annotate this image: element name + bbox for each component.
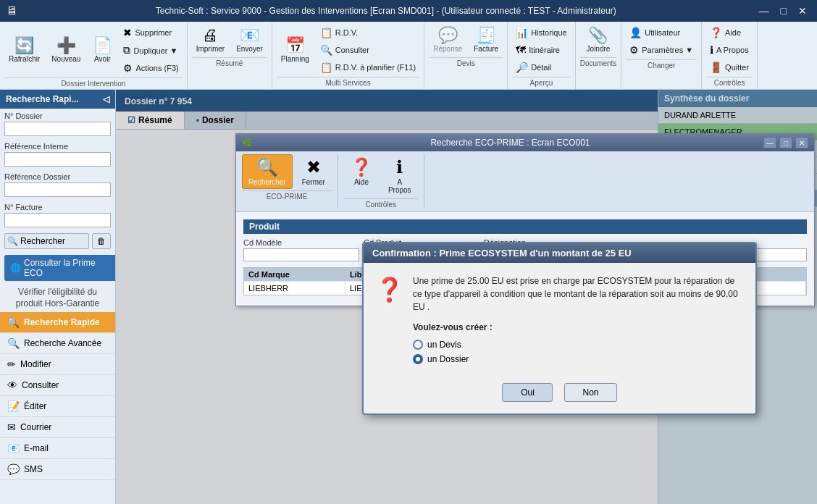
rdv-planifier-button[interactable]: 📋 R.D.V. à planifier (F11) [317, 59, 419, 75]
rafraichir-button[interactable]: 🔄 Rafraîchir [4, 35, 44, 66]
planning-button[interactable]: 📅 Planning [277, 35, 314, 66]
sidebar-item-sms[interactable]: 💬 SMS [0, 459, 115, 480]
radio-devis-label: un Devis [427, 340, 461, 350]
facture-label: Facture [474, 45, 498, 53]
eco-ribbon-group-controls: ❓ Aide ℹ APropos Contrôles [344, 154, 424, 209]
sidebar-item-recherche-rapide[interactable]: 🔍 Recherche Rapide [0, 312, 115, 333]
historique-button[interactable]: 📊 Historique [512, 25, 571, 41]
close-button[interactable]: ✕ [794, 4, 811, 18]
itineraire-button[interactable]: 🗺 Itinéraire [512, 42, 571, 58]
apercu-col: 📊 Historique 🗺 Itinéraire 🔎 Détail [512, 25, 571, 75]
eco-rechercher-button[interactable]: 🔍 Rechercher [242, 154, 293, 189]
sidebar-collapse-icon[interactable]: ◁ [103, 94, 109, 104]
eco-info-icon: ℹ [396, 157, 403, 177]
changer-group-label: Changer [626, 59, 697, 70]
dupliquer-button[interactable]: ⧉ Dupliquer ▼ [120, 42, 182, 59]
envoyer-button[interactable]: 📧 Envoyer [232, 25, 267, 56]
detail-button[interactable]: 🔎 Détail [512, 59, 571, 75]
val-cd-marque: LIEBHERR [244, 281, 345, 295]
minimize-button[interactable]: — [755, 4, 774, 18]
title-bar: 🖥 Technic-Soft : Service 9000 - Gestion … [0, 0, 817, 22]
radio-dossier[interactable]: un Dossier [413, 354, 744, 364]
sidebar-item-editer[interactable]: 📝 Éditer [0, 396, 115, 417]
dossier-group-label: Dossier Intervention [4, 77, 183, 88]
consulter-prime-button[interactable]: 🌐 Consulter la Prime ECO [4, 255, 116, 281]
search-adv-icon: 🔍 [7, 337, 20, 349]
main-container: Recherche Rapi... ◁ N° Dossier Référence… [0, 90, 817, 504]
eco-aide-button[interactable]: ❓ Aide [344, 154, 379, 197]
supprimer-button[interactable]: ✖ Supprimer [120, 25, 182, 41]
copy-icon: ⧉ [123, 44, 130, 56]
mail-icon: ✉ [7, 421, 16, 433]
plus-icon: ➕ [56, 38, 76, 54]
ribbon-group-apercu: 📊 Historique 🗺 Itinéraire 🔎 Détail Aperç… [508, 22, 576, 89]
aide-ribbon-label: Aide [725, 28, 741, 37]
ref-interne-input[interactable] [4, 152, 111, 167]
reponse-button[interactable]: 💬 Réponse [429, 25, 466, 56]
devis-group-label: Devis [429, 57, 503, 67]
eco-close-button[interactable]: ✕ [795, 137, 808, 148]
confirm-title: Confirmation : Prime ECOSYSTEM d'un mont… [364, 243, 755, 263]
radio-devis[interactable]: un Devis [413, 340, 744, 350]
rechercher-sidebar-button[interactable]: 🔍 Rechercher [4, 233, 89, 249]
resume-group-label: Résumé [192, 57, 267, 67]
ref-dossier-input[interactable] [4, 182, 111, 197]
eco-rechercher-label: Rechercher [248, 178, 286, 186]
num-facture-input[interactable] [4, 213, 111, 227]
eco-ribbon: 🔍 Rechercher ✖ Fermer ECO-PRIME ❓ [236, 151, 814, 212]
clear-search-button[interactable]: 🗑 [92, 233, 111, 249]
attach-icon: 📎 [588, 28, 608, 43]
num-dossier-input[interactable] [4, 122, 111, 136]
sidebar-item-recherche-avancee[interactable]: 🔍 Recherche Avancée [0, 333, 115, 354]
sidebar-item-email[interactable]: 📧 E-mail [0, 438, 115, 459]
parametres-button[interactable]: ⚙ Paramètres ▼ [626, 42, 697, 58]
eco-search-icon: 🔍 [256, 157, 278, 177]
plan-icon: 📋 [320, 62, 332, 73]
multiservices-group-label: Multi Services [277, 77, 419, 87]
verifier-eligibilite-text: Vérifier l'éligibilité du produit Hors-G… [0, 284, 115, 312]
sidebar-item-modifier[interactable]: ✏ Modifier [0, 354, 115, 375]
quitter-button[interactable]: 🚪 Quitter [706, 59, 753, 75]
oui-button[interactable]: Oui [502, 383, 553, 402]
eco-apropos-button[interactable]: ℹ APropos [382, 154, 418, 197]
reply-icon: 💬 [438, 28, 458, 43]
consulter-rdv-button[interactable]: 🔍 Consulter [317, 42, 419, 58]
eco-maximize-button[interactable]: □ [779, 137, 792, 148]
confirm-dialog: Confirmation : Prime ECOSYSTEM d'un mont… [362, 242, 757, 415]
gear-icon: ⚙ [123, 62, 133, 74]
courrier-label: Courrier [20, 422, 51, 432]
refinterne-label: Référence Interne [4, 142, 111, 151]
consult-icon: 🔍 [320, 44, 332, 56]
imprimer-button[interactable]: 🖨 Imprimer [192, 25, 229, 56]
ribbon-main-buttons: 🔄 Rafraîchir ➕ Nouveau 📄 Avoir ✖ Supprim… [4, 25, 183, 76]
devis-buttons: 💬 Réponse 🧾 Facture [429, 25, 503, 56]
rdv-button[interactable]: 📋 R.D.V. [317, 25, 419, 41]
actions-button[interactable]: ⚙ Actions (F3) [120, 60, 182, 76]
col-cd-marque: Cd Marque [244, 268, 345, 281]
sidebar-item-consulter[interactable]: 👁 Consulter [0, 375, 115, 396]
utilisateur-button[interactable]: 👤 Utilisateur [626, 25, 697, 41]
envoyer-label: Envoyer [236, 45, 263, 53]
consulter-group-label: Documents [580, 57, 617, 67]
facture-button[interactable]: 🧾 Facture [469, 25, 503, 56]
sidebar-item-courrier[interactable]: ✉ Courrier [0, 417, 115, 438]
nouveau-button[interactable]: ➕ Nouveau [47, 35, 85, 66]
planning-label: Planning [281, 55, 309, 63]
cd-modele-input[interactable] [243, 248, 359, 261]
consulter-rdv-label: Consulter [335, 46, 369, 54]
ribbon-group-resume: 🖨 Imprimer 📧 Envoyer Résumé [188, 22, 272, 89]
apropos-ribbon-button[interactable]: ℹ A Propos [706, 42, 753, 58]
settings-icon: ⚙ [629, 44, 639, 56]
avoir-button[interactable]: 📄 Avoir [88, 35, 117, 66]
eco-fermer-button[interactable]: ✖ Fermer [296, 154, 332, 189]
eco-close-icon: ✖ [306, 157, 321, 177]
non-button[interactable]: Non [564, 383, 616, 402]
aide-ribbon-button[interactable]: ❓ Aide [706, 25, 753, 41]
eco-dialog-controls: — □ ✕ [763, 137, 808, 148]
radio-devis-circle [413, 340, 423, 350]
joindre-button[interactable]: 📎 Joindre [582, 25, 615, 56]
eco-minimize-button[interactable]: — [763, 137, 776, 148]
eco-icon: 🌿 [242, 138, 253, 148]
sidebar-field-refinterne: Référence Interne [0, 139, 115, 169]
maximize-button[interactable]: □ [776, 4, 791, 18]
